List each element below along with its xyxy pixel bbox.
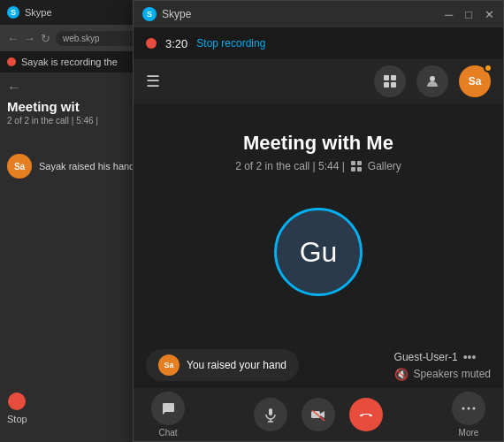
hamburger-button[interactable]: ☰ <box>146 73 160 89</box>
chat-svg-icon <box>160 400 176 416</box>
bg-titlebar: S Skype <box>0 0 150 25</box>
chat-button[interactable]: Chat <box>151 392 185 438</box>
guest-name: Guest-User-1 <box>394 351 458 363</box>
call-toolbar: ☰ Sa <box>134 59 503 103</box>
guest-row: Guest-User-1 ••• <box>394 350 477 364</box>
speakers-muted-text: Speakers muted <box>414 368 491 380</box>
mute-button[interactable] <box>254 398 287 431</box>
more-label: More <box>459 428 479 438</box>
gallery-icon <box>350 160 363 172</box>
meeting-meta: 2 of 2 in the call | 5:44 | Gallery <box>235 160 401 172</box>
avatar-initials: Sa <box>469 75 482 88</box>
titlebar-title: Skype <box>162 8 191 20</box>
bg-meeting-title: Meeting wit <box>7 99 143 114</box>
mute-icon <box>254 398 287 431</box>
people-icon <box>425 74 439 88</box>
hand-raised-text: You raised your hand <box>187 359 286 371</box>
minimize-button[interactable]: ─ <box>445 8 453 21</box>
stop-recording-button[interactable]: Stop recording <box>196 37 265 50</box>
bg-addressbar: ← → ↻ web.skyp <box>0 25 150 51</box>
svg-rect-8 <box>357 167 362 171</box>
layout-icon <box>383 74 397 88</box>
svg-rect-2 <box>384 82 389 88</box>
video-svg-icon <box>310 407 326 423</box>
bg-stop-label[interactable]: Stop <box>7 414 27 424</box>
svg-rect-6 <box>357 161 362 165</box>
controls-center <box>254 398 383 431</box>
sayak-avatar: Sa <box>158 354 179 376</box>
bg-recording-bar: Sayak is recording the <box>0 51 150 72</box>
hand-notification: Sa You raised your hand <box>146 349 299 381</box>
svg-point-15 <box>468 408 470 410</box>
main-window: S Skype ─ □ ✕ 3:20 Stop recording ☰ <box>133 0 504 442</box>
svg-point-4 <box>430 76 435 81</box>
muted-row: 🔇 Speakers muted <box>394 368 491 381</box>
bg-forward-btn[interactable]: → <box>24 32 35 45</box>
svg-rect-0 <box>384 75 389 80</box>
participants-button[interactable] <box>416 65 448 97</box>
mic-svg-icon <box>263 407 279 423</box>
video-button[interactable] <box>302 398 335 431</box>
participant-avatar: Gu <box>274 208 363 296</box>
svg-rect-1 <box>391 75 396 80</box>
video-icon <box>302 398 335 431</box>
titlebar-left: S Skype <box>142 7 191 21</box>
call-controls: Chat <box>134 388 503 441</box>
guest-more-button[interactable]: ••• <box>463 350 477 364</box>
recording-header: 3:20 Stop recording <box>134 27 503 59</box>
bg-stop-area: Stop <box>7 392 27 424</box>
participant-initials: Gu <box>300 236 338 269</box>
svg-rect-5 <box>351 161 355 165</box>
bg-url-bar: web.skyp <box>56 31 143 46</box>
speaker-muted-icon: 🔇 <box>394 368 409 381</box>
bg-notification-text: Sayak raised his hand <box>39 161 134 171</box>
bg-back-btn[interactable]: ← <box>7 32 19 45</box>
chat-icon <box>151 392 185 425</box>
layout-button[interactable] <box>374 65 406 97</box>
avatar-badge <box>484 64 493 72</box>
recording-time: 3:20 <box>165 37 187 50</box>
meeting-meta-text: 2 of 2 in the call | 5:44 | <box>235 160 345 172</box>
end-call-button[interactable] <box>349 398 383 431</box>
more-svg-icon <box>461 400 477 416</box>
chat-label: Chat <box>158 428 177 438</box>
svg-rect-3 <box>391 82 396 88</box>
more-icon <box>452 392 485 425</box>
end-call-svg-icon <box>357 406 375 423</box>
bg-meeting-subtitle: 2 of 2 in the call | 5:46 | <box>7 116 143 126</box>
bg-avatar: Sa <box>7 154 32 179</box>
bg-recording-text: Sayak is recording the <box>21 57 118 67</box>
svg-point-14 <box>462 408 465 410</box>
skype-icon: S <box>142 7 157 21</box>
bg-recording-dot <box>7 57 16 66</box>
user-avatar-button[interactable]: Sa <box>459 65 491 97</box>
bg-skype-icon: S <box>7 6 19 19</box>
bg-refresh-btn[interactable]: ↻ <box>41 32 50 45</box>
svg-point-16 <box>473 408 476 410</box>
svg-rect-7 <box>351 167 355 171</box>
bg-meeting-title-area: ← Meeting wit 2 of 2 in the call | 5:46 … <box>0 72 150 129</box>
svg-rect-12 <box>311 411 320 418</box>
close-button[interactable]: ✕ <box>485 8 494 21</box>
titlebar-controls: ─ □ ✕ <box>445 8 494 21</box>
bg-notification-area: Sa Sayak raised his hand <box>0 147 150 186</box>
call-area: Meeting with Me 2 of 2 in the call | 5:4… <box>134 103 503 342</box>
guest-info: Guest-User-1 ••• 🔇 Speakers muted <box>394 350 491 381</box>
meeting-title: Meeting with Me <box>243 132 393 155</box>
end-call-icon <box>349 398 383 431</box>
more-button[interactable]: More <box>452 392 485 438</box>
gallery-label: Gallery <box>368 160 401 172</box>
background-window: S Skype ← → ↻ web.skyp Sayak is recordin… <box>0 0 150 442</box>
toolbar-right: Sa <box>374 65 491 97</box>
bg-stop-circle[interactable] <box>8 392 26 410</box>
main-titlebar: S Skype ─ □ ✕ <box>134 1 503 27</box>
notification-row: Sa You raised your hand Guest-User-1 •••… <box>134 342 503 388</box>
svg-rect-9 <box>269 408 272 415</box>
bg-title-text: Skype <box>25 7 52 18</box>
maximize-button[interactable]: □ <box>465 8 472 21</box>
bg-back-arrow[interactable]: ← <box>7 80 143 95</box>
recording-dot <box>146 38 157 49</box>
